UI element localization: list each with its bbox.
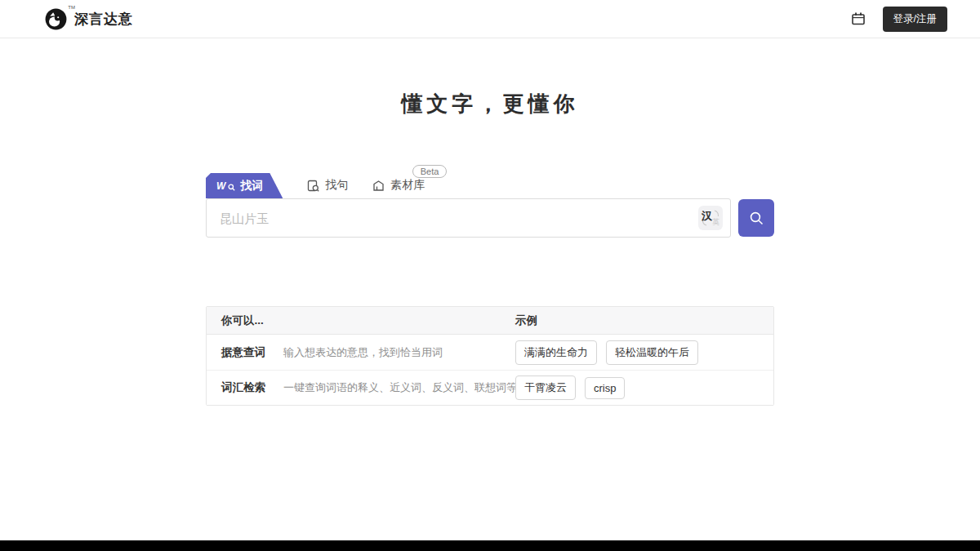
brand-logo-icon (45, 8, 67, 30)
example-chip[interactable]: 干霄凌云 (515, 375, 576, 400)
tab-material-library-label: 素材库 (390, 178, 425, 193)
word-search-icon: W (216, 181, 225, 191)
language-secondary-label: 英 (712, 217, 719, 228)
feature-name: 词汇检索 (221, 380, 265, 395)
footer-bar (0, 540, 980, 551)
calendar-icon[interactable] (850, 11, 866, 27)
table-header-examples: 示例 (515, 313, 537, 328)
sentence-search-icon (307, 180, 319, 192)
example-chip[interactable]: crisp (585, 377, 625, 399)
search-icon (749, 211, 764, 226)
tab-find-word[interactable]: W 找词 (206, 173, 283, 198)
tab-find-sentence[interactable]: 找句 (307, 178, 348, 198)
tab-find-sentence-label: 找句 (325, 178, 348, 193)
feature-name: 据意查词 (221, 345, 265, 360)
brand-name: 深言达意 (74, 10, 133, 29)
tab-material-library[interactable]: 素材库 Beta (372, 178, 425, 198)
examples-table: 你可以... 示例 据意查词 输入想表达的意思，找到恰当用词 满满的生命力 轻松… (206, 306, 774, 406)
beta-badge: Beta (412, 165, 448, 178)
feature-description: 一键查询词语的释义、近义词、反义词、联想词等 (283, 380, 517, 395)
page-title: 懂文字，更懂你 (0, 90, 980, 118)
search-section: W 找词 找句 素材库 Beta (206, 173, 774, 238)
table-header-row: 你可以... 示例 (207, 307, 773, 335)
example-chip[interactable]: 轻松温暖的午后 (606, 340, 698, 365)
top-header: TM 深言达意 登录/注册 (0, 0, 980, 38)
feature-description: 输入想表达的意思，找到恰当用词 (283, 345, 443, 360)
brand-logo: TM (45, 8, 67, 30)
word-search-magnifier-icon (228, 184, 235, 191)
login-register-button[interactable]: 登录/注册 (883, 7, 947, 32)
search-button[interactable] (738, 199, 774, 237)
feature-row-vocabulary-lookup: 词汇检索 一键查询词语的释义、近义词、反义词、联想词等 干霄凌云 crisp (207, 370, 773, 405)
search-tabs: W 找词 找句 素材库 Beta (206, 173, 774, 198)
example-chip[interactable]: 满满的生命力 (515, 340, 597, 365)
feature-row-query-by-meaning: 据意查词 输入想表达的意思，找到恰当用词 满满的生命力 轻松温暖的午后 (207, 335, 773, 370)
language-primary-label: 汉 (702, 209, 712, 224)
language-toggle-button[interactable]: 汉 英 (698, 206, 723, 230)
library-icon (372, 180, 385, 192)
table-header-capabilities: 你可以... (221, 313, 264, 328)
search-input[interactable] (206, 198, 731, 238)
tab-find-word-label: 找词 (240, 179, 263, 193)
trademark-mark: TM (68, 5, 75, 10)
